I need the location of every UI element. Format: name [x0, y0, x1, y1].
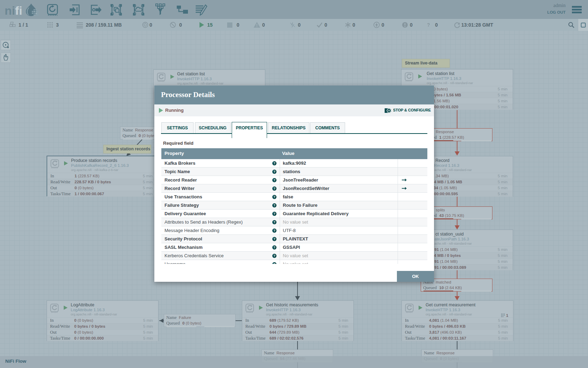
- svg-text:ni: ni: [5, 4, 15, 17]
- svg-text:fi: fi: [15, 4, 22, 17]
